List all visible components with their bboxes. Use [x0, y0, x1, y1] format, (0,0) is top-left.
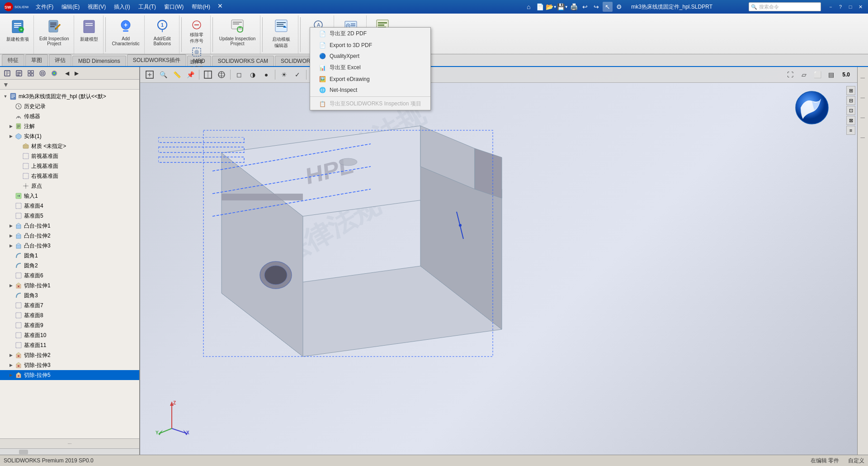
- search-box[interactable]: 🔍 搜索命令: [749, 2, 821, 11]
- tree-item-plane5[interactable]: 基准面5: [0, 211, 139, 221]
- tree-item-cut1[interactable]: ▶ 切除-拉伸1: [0, 281, 139, 290]
- right-panel-btn-4[interactable]: │: [859, 128, 868, 147]
- quality-xpert-item[interactable]: 🔵 QualityXpert: [310, 51, 430, 62]
- menu-edit[interactable]: 编辑(E): [58, 2, 83, 12]
- new-model-button[interactable]: 新建模型: [78, 17, 100, 44]
- boss1-expander[interactable]: ▶: [7, 222, 14, 229]
- tab-sketch[interactable]: 草图: [25, 54, 48, 66]
- tree-item-plane11[interactable]: 基准面11: [0, 340, 139, 350]
- tree-item-cut2[interactable]: ▶ 切除-拉伸2: [0, 350, 139, 360]
- tab-mbd-dimensions[interactable]: MBD Dimensions: [72, 56, 126, 66]
- panel-more-btn[interactable]: ···: [68, 441, 71, 446]
- tab-sw-plugins[interactable]: SOLIDWORKS插件: [127, 54, 186, 66]
- edit-inspection-button[interactable]: Edit InspectionProject: [38, 17, 71, 48]
- help-button[interactable]: ?: [836, 3, 844, 10]
- menu-tools[interactable]: 工具(T): [135, 2, 160, 12]
- panel-btn-tree[interactable]: [2, 68, 13, 78]
- 3d-viewport[interactable]: 🔍 📏 📌 ◻ ◑ ● ☀ ✓ ⛶ ▱ ⬜ ▤: [140, 67, 857, 455]
- tree-item-right-plane[interactable]: 右视基准面: [0, 171, 139, 181]
- add-characteristic-button[interactable]: + AddCharacteristic: [110, 17, 142, 48]
- qa-options[interactable]: ⚙: [614, 2, 624, 12]
- vp-lights[interactable]: ☀: [278, 69, 290, 81]
- menu-extra[interactable]: ✕: [215, 2, 226, 12]
- tree-container[interactable]: ▼ mk3热床线缆固定件_hpl (默认<<默> 历史记录: [0, 90, 139, 438]
- solid1-expander[interactable]: ▶: [7, 133, 14, 140]
- qa-cursor[interactable]: ↖: [603, 2, 613, 12]
- qa-open[interactable]: 📂▼: [546, 2, 556, 12]
- panel-nav-left[interactable]: ◀: [62, 68, 71, 78]
- panel-btn-target[interactable]: [37, 68, 48, 78]
- vp-shaded[interactable]: ●: [260, 69, 272, 81]
- notes-expander[interactable]: ▶: [7, 123, 14, 130]
- new-inspection-button[interactable]: + 新建检查项: [5, 17, 31, 44]
- tree-item-cut3[interactable]: ▶ 切除-拉伸3: [0, 360, 139, 370]
- tree-item-fillet3[interactable]: 圆角3: [0, 290, 139, 300]
- export-3d-pdf-item[interactable]: 📄 Export to 3D PDF: [310, 40, 430, 51]
- vp-viewport-expand[interactable]: ⛶: [784, 69, 796, 81]
- export-excel-item[interactable]: 📊 导出至 Excel: [310, 62, 430, 74]
- menu-insert[interactable]: 插入(I): [110, 2, 133, 12]
- root-expander[interactable]: ▼: [2, 93, 9, 100]
- tree-item-notes[interactable]: ▶ 注解: [0, 121, 139, 131]
- vp-annotation[interactable]: 📌: [184, 69, 196, 81]
- side-tool-3[interactable]: ⊡: [846, 106, 855, 115]
- cut1-expander[interactable]: ▶: [7, 282, 14, 289]
- vp-viewport-split[interactable]: ▱: [798, 69, 810, 81]
- qa-save[interactable]: 💾▼: [557, 2, 567, 12]
- tree-item-origin[interactable]: 原点: [0, 181, 139, 191]
- panel-nav-right[interactable]: ▶: [72, 68, 81, 78]
- tree-item-plane8[interactable]: 基准面8: [0, 310, 139, 320]
- cut5-expander[interactable]: ▶: [7, 371, 14, 379]
- side-tool-5[interactable]: ≡: [846, 126, 855, 135]
- menu-view[interactable]: 视图(V): [84, 2, 109, 12]
- tab-evaluate[interactable]: 评估: [49, 54, 71, 66]
- vp-viewport-more[interactable]: ⬜: [811, 69, 823, 81]
- tree-item-boss3[interactable]: ▶ 凸台-拉伸3: [0, 241, 139, 251]
- tree-item-plane10[interactable]: 基准面10: [0, 330, 139, 340]
- tree-item-fillet2[interactable]: 圆角2: [0, 261, 139, 271]
- cut2-expander[interactable]: ▶: [7, 352, 14, 359]
- tree-item-plane6[interactable]: 基准面6: [0, 271, 139, 281]
- qa-new[interactable]: 📄: [535, 2, 545, 12]
- tree-root[interactable]: ▼ mk3热床线缆固定件_hpl (默认<<默>: [0, 91, 139, 101]
- tree-item-boss1[interactable]: ▶ 凸台-拉伸1: [0, 221, 139, 231]
- menu-help[interactable]: 帮助(H): [188, 2, 214, 12]
- qa-home[interactable]: ⌂: [524, 2, 533, 12]
- boss3-expander[interactable]: ▶: [7, 242, 14, 249]
- tree-item-input1[interactable]: 输入1: [0, 191, 139, 201]
- side-tool-2[interactable]: ⊟: [846, 96, 855, 105]
- side-tool-1[interactable]: ⊞: [846, 86, 855, 95]
- right-panel-btn-3[interactable]: │: [859, 109, 868, 127]
- tree-item-sensors[interactable]: 传感器: [0, 111, 139, 121]
- scroll-thumb[interactable]: [19, 450, 28, 454]
- tree-item-front-plane[interactable]: 前视基准面: [0, 151, 139, 161]
- panel-btn-list[interactable]: [14, 68, 24, 78]
- minimize-button[interactable]: －: [826, 3, 835, 10]
- boss2-expander[interactable]: ▶: [7, 232, 14, 239]
- vp-hidden[interactable]: ◑: [247, 69, 259, 81]
- remove-seq-button[interactable]: 移除零件序号: [187, 19, 207, 45]
- launch-template-button[interactable]: 启动模板编辑器: [270, 17, 292, 50]
- panel-btn-color[interactable]: [49, 68, 60, 78]
- tree-item-fillet1[interactable]: 圆角1: [0, 251, 139, 261]
- right-panel-btn-1[interactable]: │: [859, 69, 868, 87]
- vp-orientation[interactable]: [216, 69, 227, 81]
- net-inspect-item[interactable]: 🌐 Net-Inspect: [310, 85, 430, 95]
- cut3-expander[interactable]: ▶: [7, 361, 14, 369]
- tree-item-plane4[interactable]: 基准面4: [0, 201, 139, 211]
- qa-print[interactable]: 🖨️: [569, 2, 579, 12]
- right-panel-btn-2[interactable]: │: [859, 89, 868, 107]
- menu-file[interactable]: 文件(F): [32, 2, 57, 12]
- tab-sw-cam[interactable]: SOLIDWORKS CAM: [212, 56, 274, 66]
- tree-item-plane7[interactable]: 基准面7: [0, 300, 139, 310]
- vp-apply[interactable]: ✓: [292, 69, 303, 81]
- qa-undo[interactable]: ↩: [580, 2, 590, 12]
- update-inspection-button[interactable]: Update InspectionProject: [217, 17, 258, 48]
- side-tool-4[interactable]: ⊠: [846, 116, 855, 125]
- tree-item-plane9[interactable]: 基准面9: [0, 320, 139, 330]
- export-edrawing-item[interactable]: 🖼️ Export eDrawing: [310, 74, 430, 85]
- vp-wire[interactable]: ◻: [233, 69, 245, 81]
- vp-measure[interactable]: 📏: [171, 69, 183, 81]
- menu-window[interactable]: 窗口(W): [160, 2, 187, 12]
- vp-viewport-custom[interactable]: ▤: [825, 69, 837, 81]
